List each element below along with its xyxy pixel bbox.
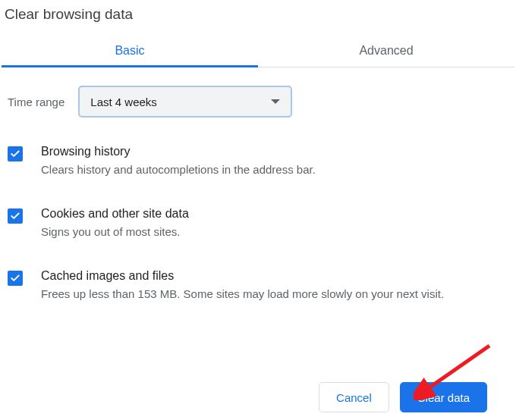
time-range-select[interactable]: Last 4 weeks [78,86,292,118]
tab-advanced[interactable]: Advanced [258,35,514,67]
chevron-down-icon [271,99,280,104]
checkbox-cache[interactable] [8,271,23,286]
time-range-label: Time range [8,96,64,108]
time-range-value: Last 4 weeks [90,96,271,108]
dialog-footer: Cancel Clear data [319,382,487,412]
cancel-button[interactable]: Cancel [319,382,389,412]
time-range-row: Time range Last 4 weeks [0,67,516,136]
option-desc: Frees up less than 153 MB. Some sites ma… [41,286,508,302]
check-icon [10,273,20,284]
option-title: Cached images and files [41,269,508,283]
option-title: Browsing history [41,145,508,158]
option-cache: Cached images and files Frees up less th… [8,260,508,322]
checkbox-cookies[interactable] [8,208,23,224]
options-list: Browsing history Clears history and auto… [0,136,516,321]
clear-data-button[interactable]: Clear data [400,382,487,412]
option-cookies: Cookies and other site data Signs you ou… [8,198,508,260]
option-browsing-history: Browsing history Clears history and auto… [8,136,508,198]
check-icon [10,211,20,221]
dialog-title: Clear browsing data [0,0,516,35]
tab-basic[interactable]: Basic [2,35,258,67]
tabs: Basic Advanced [2,35,514,67]
check-icon [10,149,20,159]
option-desc: Signs you out of most sites. [41,224,508,240]
option-desc: Clears history and autocompletions in th… [41,161,508,178]
option-title: Cookies and other site data [41,207,508,221]
checkbox-browsing-history[interactable] [8,146,23,161]
